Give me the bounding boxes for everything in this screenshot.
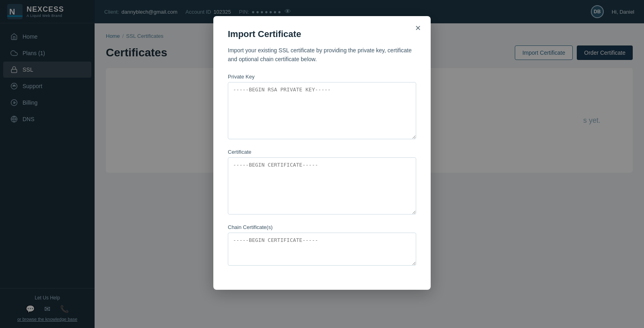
chain-certificate-label: Chain Certificate(s) [228, 224, 416, 230]
certificate-textarea[interactable] [228, 157, 416, 215]
modal-title: Import Certificate [228, 29, 416, 39]
modal-overlay[interactable]: ✕ Import Certificate Import your existin… [0, 0, 644, 328]
private-key-textarea[interactable] [228, 82, 416, 139]
modal-close-button[interactable]: ✕ [412, 23, 423, 34]
certificate-group: Certificate [228, 149, 416, 216]
certificate-label: Certificate [228, 149, 416, 155]
import-certificate-modal: ✕ Import Certificate Import your existin… [213, 16, 431, 290]
private-key-label: Private Key [228, 74, 416, 80]
chain-certificate-textarea[interactable] [228, 233, 416, 266]
private-key-group: Private Key [228, 74, 416, 141]
chain-certificate-group: Chain Certificate(s) [228, 224, 416, 267]
modal-description: Import your existing SSL certificate by … [228, 46, 416, 64]
